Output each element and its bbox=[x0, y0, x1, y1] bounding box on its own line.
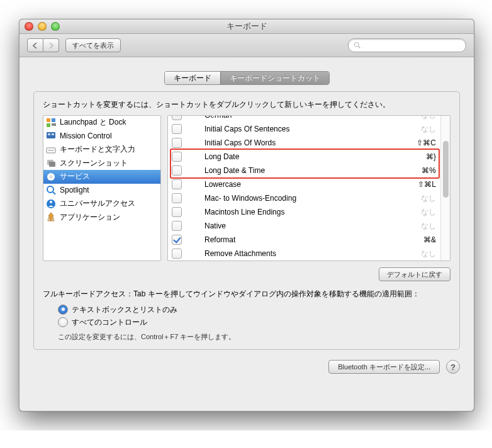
chevron-right-icon bbox=[48, 43, 53, 48]
shortcut-label: Mac- to Windows-Encoding bbox=[204, 194, 421, 203]
shortcut-label: Initial Caps Of Sentences bbox=[204, 125, 421, 133]
sidebar-item[interactable]: ユニバーサルアクセス bbox=[43, 197, 160, 211]
svg-line-18 bbox=[53, 192, 55, 194]
scrollbar-thumb[interactable] bbox=[443, 141, 449, 198]
sidebar-item[interactable]: Launchpad と Dock bbox=[43, 116, 160, 130]
shortcut-label: Long Date & Time bbox=[204, 166, 422, 175]
shortcut-row[interactable]: Macintosh Line Endingsなし bbox=[168, 205, 441, 219]
shortcut-key[interactable]: なし bbox=[421, 193, 441, 204]
shortcuts-panel: ショートカットを変更するには、ショートカットをダブルクリックして新しいキーを押し… bbox=[33, 91, 460, 350]
category-icon bbox=[46, 131, 56, 141]
sidebar-item[interactable]: スクリーンショット bbox=[43, 157, 160, 171]
svg-line-1 bbox=[359, 47, 361, 48]
checkbox[interactable] bbox=[172, 124, 182, 134]
shortcut-row[interactable]: Initial Caps Of Words⇧⌘C bbox=[168, 136, 441, 150]
sidebar-item[interactable]: キーボードと文字入力 bbox=[43, 143, 160, 157]
svg-point-10 bbox=[48, 150, 50, 151]
help-button[interactable]: ? bbox=[446, 360, 460, 374]
bluetooth-setup-button[interactable]: Bluetooth キーボードを設定... bbox=[328, 360, 440, 374]
scrollbar[interactable] bbox=[440, 116, 450, 260]
preferences-window: キーボード すべてを表示 キーボード キーボードショートカット ショートカットを… bbox=[19, 19, 474, 412]
toolbar: すべてを表示 bbox=[20, 34, 474, 57]
shortcut-key[interactable]: ⌘% bbox=[422, 166, 441, 175]
category-sidebar[interactable]: Launchpad と DockMission Controlキーボードと文字入… bbox=[43, 115, 161, 261]
sidebar-item-label: ユニバーサルアクセス bbox=[60, 198, 135, 209]
sidebar-item[interactable]: アプリケーション bbox=[43, 211, 160, 225]
shortcut-label: Long Date bbox=[204, 152, 426, 161]
checkbox[interactable] bbox=[172, 193, 182, 203]
window-title: キーボード bbox=[20, 21, 474, 32]
shortcut-key[interactable]: なし bbox=[421, 116, 441, 121]
category-icon bbox=[46, 118, 56, 128]
fka-hint: この設定を変更するには、Control＋F7 キーを押します。 bbox=[58, 332, 450, 342]
chevron-left-icon bbox=[33, 43, 38, 48]
show-all-button[interactable]: すべてを表示 bbox=[65, 38, 121, 52]
svg-rect-7 bbox=[48, 133, 50, 135]
shortcut-key[interactable]: なし bbox=[421, 221, 441, 232]
shortcut-row[interactable]: Nativeなし bbox=[168, 219, 441, 233]
shortcut-key[interactable]: ⇧⌘C bbox=[417, 138, 441, 147]
checkbox[interactable] bbox=[172, 221, 182, 231]
shortcut-row[interactable]: Initial Caps Of Sentencesなし bbox=[168, 122, 441, 136]
fka-radio-label-1: テキストボックスとリストのみ bbox=[72, 305, 177, 315]
checkbox[interactable] bbox=[172, 152, 182, 162]
fka-radio-label-2: すべてのコントロール bbox=[72, 317, 147, 328]
forward-button[interactable] bbox=[43, 38, 59, 52]
shortcut-list[interactable]: GermanなしInitial Caps Of SentencesなしIniti… bbox=[167, 115, 450, 261]
checkbox[interactable] bbox=[172, 207, 182, 217]
sidebar-item[interactable]: Spotlight bbox=[43, 184, 160, 198]
shortcut-row[interactable]: Remove Attachmentsなし bbox=[168, 247, 441, 260]
shortcut-label: Reformat bbox=[204, 235, 423, 244]
shortcut-key[interactable]: なし bbox=[421, 124, 441, 135]
sidebar-item-label: サービス bbox=[60, 171, 90, 182]
restore-defaults-button[interactable]: デフォルトに戻す bbox=[379, 267, 450, 281]
shortcut-row[interactable]: Long Date⌘} bbox=[168, 150, 441, 164]
shortcut-label: Remove Attachments bbox=[204, 249, 421, 258]
sidebar-item-label: Mission Control bbox=[60, 132, 112, 140]
svg-point-12 bbox=[52, 150, 53, 151]
category-icon bbox=[46, 145, 56, 155]
svg-rect-3 bbox=[52, 118, 55, 122]
shortcut-key[interactable]: なし bbox=[421, 207, 441, 218]
sidebar-item-label: キーボードと文字入力 bbox=[60, 144, 135, 155]
shortcut-key[interactable]: ⌘& bbox=[423, 235, 441, 244]
shortcut-key[interactable]: なし bbox=[421, 249, 441, 259]
checkbox[interactable] bbox=[172, 116, 182, 120]
shortcut-label: Native bbox=[204, 221, 421, 230]
shortcut-row[interactable]: Lowercase⇧⌘L bbox=[168, 177, 441, 191]
category-icon bbox=[46, 212, 56, 222]
titlebar[interactable]: キーボード bbox=[20, 20, 474, 34]
shortcut-label: Macintosh Line Endings bbox=[204, 208, 421, 216]
sidebar-item[interactable]: Mission Control bbox=[43, 130, 160, 143]
svg-point-16 bbox=[50, 175, 53, 178]
back-button[interactable] bbox=[27, 38, 43, 52]
sidebar-item-label: スクリーンショット bbox=[60, 158, 128, 169]
sidebar-item[interactable]: サービス bbox=[43, 170, 160, 184]
checkbox[interactable] bbox=[172, 165, 182, 176]
search-input[interactable] bbox=[348, 38, 466, 52]
fka-radio-textboxes[interactable]: テキストボックスとリストのみ bbox=[58, 303, 450, 316]
shortcut-row[interactable]: Germanなし bbox=[168, 116, 441, 122]
sidebar-item-label: アプリケーション bbox=[60, 212, 120, 223]
tab-keyboard-shortcuts[interactable]: キーボードショートカット bbox=[220, 72, 329, 84]
checkbox[interactable] bbox=[172, 235, 182, 245]
shortcut-label: Initial Caps Of Words bbox=[204, 138, 417, 147]
sidebar-item-label: Spotlight bbox=[60, 186, 89, 194]
checkbox[interactable] bbox=[172, 249, 182, 259]
svg-point-17 bbox=[47, 186, 53, 193]
fka-label: フルキーボードアクセス：Tab キーを押してウインドウやダイアログ内の操作対象を… bbox=[43, 289, 450, 300]
shortcut-row[interactable]: Reformat⌘& bbox=[168, 233, 441, 247]
shortcut-label: Lowercase bbox=[204, 180, 418, 189]
shortcut-key[interactable]: ⌘} bbox=[426, 152, 441, 161]
shortcut-row[interactable]: Mac- to Windows-Encodingなし bbox=[168, 191, 441, 205]
svg-rect-2 bbox=[47, 118, 50, 122]
checkbox[interactable] bbox=[172, 138, 182, 148]
svg-point-11 bbox=[50, 150, 52, 151]
shortcut-key[interactable]: ⇧⌘L bbox=[418, 180, 441, 189]
category-icon bbox=[46, 158, 56, 168]
shortcut-row[interactable]: Long Date & Time⌘% bbox=[168, 164, 441, 177]
tab-keyboard[interactable]: キーボード bbox=[165, 72, 220, 84]
fka-radio-allcontrols[interactable]: すべてのコントロール bbox=[58, 316, 450, 328]
svg-point-20 bbox=[50, 201, 52, 203]
checkbox[interactable] bbox=[172, 179, 182, 189]
